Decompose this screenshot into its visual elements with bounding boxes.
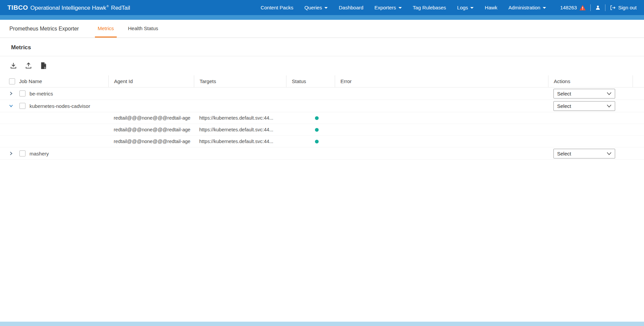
metrics-toolbar	[0, 56, 644, 74]
row-checkbox[interactable]	[19, 150, 25, 156]
chevron-down-icon	[398, 7, 402, 9]
user-icon	[595, 5, 601, 10]
select-all-checkbox[interactable]	[9, 78, 15, 84]
brand-suffix-text: RedTail	[111, 5, 130, 11]
nav-administration[interactable]: Administration	[508, 5, 546, 10]
warning-icon	[579, 5, 586, 11]
topbar: TIBCO Operational Intelligence Hawk® Red…	[0, 0, 644, 15]
nav-hawk[interactable]: Hawk	[485, 5, 497, 10]
chevron-down-icon	[324, 7, 328, 9]
nav-dashboard[interactable]: Dashboard	[339, 5, 363, 10]
table-row: kubernetes-nodes-cadvisor Select	[0, 100, 644, 112]
select-value: Select	[557, 103, 571, 109]
sign-out-icon	[610, 5, 616, 11]
chevron-down-icon	[9, 104, 13, 108]
row-checkbox[interactable]	[19, 90, 25, 96]
export-report-icon	[40, 62, 47, 69]
sign-out-button[interactable]: Sign out	[610, 5, 637, 11]
table-row: mashery Select	[0, 147, 644, 160]
row-action-select[interactable]: Select	[553, 101, 615, 111]
header-accent-strip	[0, 15, 644, 20]
header-end-spacer	[633, 75, 644, 87]
select-value: Select	[557, 91, 571, 96]
nav-logs[interactable]: Logs	[457, 5, 474, 10]
export-report-button[interactable]	[38, 61, 49, 71]
target-url: https://kubernetes.default.svc:44...	[199, 127, 273, 132]
nav-exporters[interactable]: Exporters	[374, 5, 401, 10]
nav-tag-rulebases[interactable]: Tag Rulebases	[413, 5, 446, 10]
upload-button[interactable]	[23, 61, 34, 71]
footer-strip	[0, 322, 644, 326]
user-menu-button[interactable]	[595, 5, 601, 10]
chevron-down-icon	[470, 7, 474, 9]
row-checkbox[interactable]	[19, 103, 25, 109]
row-action-select[interactable]: Select	[553, 89, 615, 99]
page-title: Prometheus Metrics Exporter	[9, 26, 79, 32]
job-name: be-metrics	[30, 91, 53, 96]
chevron-down-icon	[607, 105, 611, 108]
alert-count: 148263	[560, 5, 577, 10]
job-name: mashery	[30, 151, 49, 156]
chevron-right-icon	[9, 91, 13, 96]
exporter-tabbar: Prometheus Metrics Exporter Metrics Heal…	[0, 20, 644, 38]
chevron-down-icon	[543, 7, 546, 9]
table-subrow: redtail@@@none@@@redtail-age https://kub…	[0, 136, 644, 147]
chevron-down-icon	[607, 152, 611, 155]
divider	[605, 4, 605, 11]
status-up-dot	[315, 116, 319, 120]
table-row: be-metrics Select	[0, 87, 644, 100]
column-header-agent-id: Agent Id	[114, 78, 133, 84]
agent-id: redtail@@@none@@@redtail-age	[114, 127, 191, 132]
divider	[590, 4, 591, 11]
select-value: Select	[557, 151, 571, 156]
main-content: Metrics	[0, 38, 644, 160]
sign-out-label: Sign out	[618, 5, 637, 10]
chevron-right-icon	[9, 151, 13, 156]
chevron-down-icon	[607, 92, 611, 95]
brand-logo[interactable]: TIBCO Operational Intelligence Hawk® Red…	[7, 4, 130, 11]
metrics-table: Job Name Agent Id Targets Status Error A…	[0, 75, 644, 160]
column-header-targets: Targets	[200, 78, 216, 84]
section-title: Metrics	[0, 38, 644, 56]
collapse-toggle[interactable]	[7, 102, 15, 110]
status-up-dot	[315, 128, 319, 132]
nav-queries[interactable]: Queries	[304, 5, 328, 10]
tab-metrics[interactable]: Metrics	[95, 20, 116, 38]
brand-product-text: Operational Intelligence Hawk®	[31, 5, 109, 11]
table-header: Job Name Agent Id Targets Status Error A…	[0, 75, 644, 87]
nav-content-packs[interactable]: Content Packs	[261, 5, 293, 10]
target-url: https://kubernetes.default.svc:44...	[199, 139, 273, 144]
main-nav: Content Packs Queries Dashboard Exporter…	[261, 5, 546, 10]
agent-id: redtail@@@none@@@redtail-age	[114, 139, 191, 144]
table-subrow: redtail@@@none@@@redtail-age https://kub…	[0, 112, 644, 124]
target-url: https://kubernetes.default.svc:44...	[199, 115, 273, 121]
table-subrow: redtail@@@none@@@redtail-age https://kub…	[0, 124, 644, 136]
column-header-error: Error	[340, 78, 352, 84]
job-name: kubernetes-nodes-cadvisor	[30, 103, 90, 109]
download-button[interactable]	[8, 61, 19, 71]
agent-id: redtail@@@none@@@redtail-age	[114, 115, 191, 121]
upload-icon	[25, 62, 32, 69]
column-header-job-name: Job Name	[19, 78, 42, 84]
column-header-status: Status	[292, 78, 306, 84]
brand-logo-text: TIBCO	[7, 4, 28, 11]
expand-toggle[interactable]	[7, 89, 15, 98]
registered-mark: ®	[106, 5, 109, 8]
column-header-actions: Actions	[554, 78, 570, 84]
tab-health-status[interactable]: Health Status	[125, 20, 161, 38]
alerts-button[interactable]: 148263	[560, 5, 586, 11]
row-action-select[interactable]: Select	[553, 149, 615, 158]
status-up-dot	[315, 140, 319, 143]
download-icon	[10, 62, 17, 69]
expand-toggle[interactable]	[7, 149, 15, 158]
topbar-right: 148263 Sign out	[560, 4, 637, 11]
